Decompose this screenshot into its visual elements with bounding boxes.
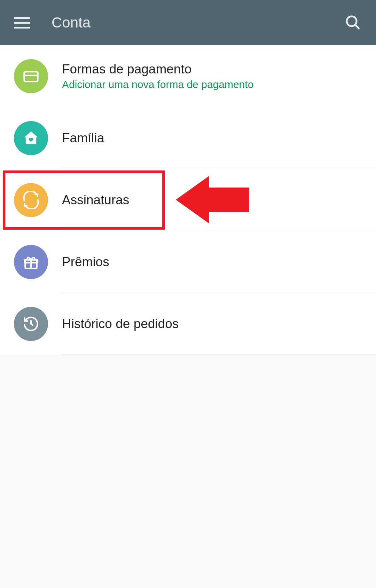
item-title: Prêmios xyxy=(62,255,109,269)
gift-icon xyxy=(14,245,48,279)
list-item-order-history[interactable]: Histórico de pedidos xyxy=(0,293,376,355)
list-item-subscriptions[interactable]: Assinaturas xyxy=(0,169,376,231)
sync-icon xyxy=(14,183,48,217)
item-title: Família xyxy=(62,131,104,145)
card-icon xyxy=(14,59,48,93)
item-subtitle: Adicionar uma nova forma de pagamento xyxy=(62,79,253,90)
page-title: Conta xyxy=(52,14,91,31)
svg-rect-2 xyxy=(24,72,38,81)
item-title: Assinaturas xyxy=(62,193,129,207)
home-heart-icon xyxy=(14,121,48,155)
search-icon[interactable] xyxy=(345,14,361,31)
item-title: Histórico de pedidos xyxy=(62,317,179,331)
history-icon xyxy=(14,307,48,341)
item-title: Formas de pagamento xyxy=(62,62,253,77)
menu-icon[interactable] xyxy=(14,14,31,31)
svg-point-0 xyxy=(347,16,357,26)
app-header: Conta xyxy=(0,0,376,45)
svg-line-1 xyxy=(355,25,359,29)
list-item-payment-methods[interactable]: Formas de pagamento Adicionar uma nova f… xyxy=(0,45,376,107)
account-menu: Formas de pagamento Adicionar uma nova f… xyxy=(0,45,376,355)
list-item-rewards[interactable]: Prêmios xyxy=(0,231,376,293)
list-item-family[interactable]: Família xyxy=(0,107,376,169)
